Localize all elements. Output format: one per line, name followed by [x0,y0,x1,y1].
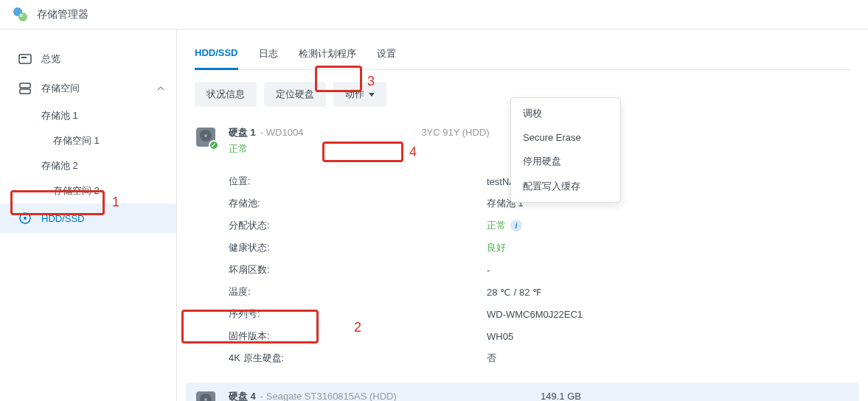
detail-label: 固件版本: [229,329,487,343]
tab-settings[interactable]: 设置 [377,41,396,69]
sidebar: 总览 存储空间 存储池 1 存储空间 1 存储池 2 存储空间 2 HDD/SS… [0,29,177,401]
svg-point-8 [24,217,27,220]
disk-size: 149.1 GB [541,391,850,401]
nav-label: 存储空间 2 [53,184,100,198]
menu-calibrate[interactable]: 调校 [511,101,620,126]
main-panel: HDD/SSD 日志 检测计划程序 设置 状况信息 定位硬盘 动作 [177,29,868,401]
nav-label: 存储池 2 [41,159,78,172]
caret-down-icon [369,93,375,97]
detail-value: 良好 [487,241,506,254]
detail-value: 正常i [487,219,522,232]
action-button[interactable]: 动作 [333,82,386,107]
disk-name: 硬盘 1 [229,126,256,139]
detail-label: 温度: [229,285,487,299]
svg-rect-2 [20,14,23,17]
nav-hdd-ssd[interactable]: HDD/SSD [0,203,176,233]
hdd-icon [18,211,32,226]
detail-label: 存储池: [229,197,487,210]
svg-rect-5 [20,83,30,88]
detail-label: 4K 原生硬盘: [229,352,487,365]
disk-4-row[interactable]: 硬盘 4 - Seagate ST3160815AS (HDD) 149.1 G… [186,383,859,401]
status-ok-icon [209,140,219,150]
tabs: HDD/SSD 日志 检测计划程序 设置 [195,41,850,70]
nav-label: 存储池 1 [41,109,78,122]
chevron-up-icon [157,83,164,94]
nav-label: 存储空间 1 [53,134,100,147]
storage-icon [18,81,32,96]
tab-hdd-ssd[interactable]: HDD/SSD [195,41,238,70]
disk-model-suffix: 3YC 91Y (HDD) [421,127,489,138]
disk-icon [195,126,217,148]
disk-model: - Seagate ST3160815AS (HDD) [260,391,397,401]
info-icon[interactable]: i [510,220,522,231]
tab-schedule[interactable]: 检测计划程序 [299,41,356,69]
action-label: 动作 [345,88,364,101]
nav-label: 总览 [41,52,164,66]
nav-volume-2[interactable]: 存储空间 2 [0,178,176,203]
app-icon [12,6,29,24]
health-info-button[interactable]: 状况信息 [195,82,257,107]
detail-value: WD-WMC6M0J22EC1 [487,307,583,321]
detail-label: 健康状态: [229,241,487,254]
nav-storage[interactable]: 存储空间 [0,74,176,103]
overview-icon [18,52,32,66]
menu-write-cache[interactable]: 配置写入缓存 [511,174,620,199]
nav-overview[interactable]: 总览 [0,44,176,74]
tab-log[interactable]: 日志 [259,41,278,69]
window-title: 存储管理器 [37,8,88,21]
disk-name: 硬盘 4 [229,390,256,401]
disk-model-prefix: - WD1004 [260,127,304,138]
nav-label: HDD/SSD [41,213,164,224]
action-dropdown-menu: 调校 Secure Erase 停用硬盘 配置写入缓存 [510,97,621,203]
titlebar: 存储管理器 [0,0,868,29]
nav-pool-2[interactable]: 存储池 2 [0,153,176,178]
svg-rect-3 [19,55,31,63]
menu-deactivate-disk[interactable]: 停用硬盘 [511,149,620,174]
detail-label: 序列号: [229,307,487,321]
nav-label: 存储空间 [41,82,157,95]
detail-label: 坏扇区数: [229,263,487,276]
disk-icon [195,390,217,401]
locate-disk-button[interactable]: 定位硬盘 [264,82,326,107]
detail-label: 分配状态: [229,219,487,232]
detail-value: WH05 [487,329,513,343]
nav-volume-1[interactable]: 存储空间 1 [0,128,176,153]
svg-point-11 [204,134,207,137]
detail-value: 否 [487,352,496,365]
detail-label: 位置: [229,175,487,188]
detail-value: 28 ℃ / 82 ℉ [487,285,541,299]
svg-rect-6 [20,89,30,94]
detail-value: - [487,263,490,276]
menu-secure-erase[interactable]: Secure Erase [511,126,620,149]
nav-pool-1[interactable]: 存储池 1 [0,103,176,128]
svg-rect-4 [21,57,27,58]
svg-point-14 [204,398,207,401]
